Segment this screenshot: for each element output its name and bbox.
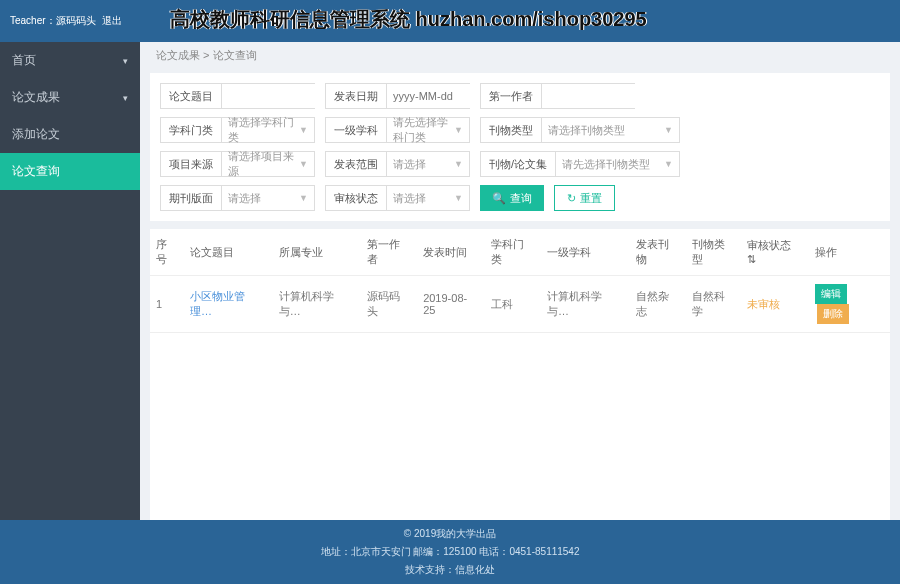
chevron-down-icon: ▼	[664, 159, 673, 169]
footer: © 2019我的大学出品 地址：北京市天安门 邮编：125100 电话：0451…	[0, 520, 900, 584]
sidebar-item-label: 论文查询	[12, 163, 60, 180]
col-major: 所属专业	[273, 229, 362, 276]
col-date: 发表时间	[417, 229, 485, 276]
search-button[interactable]: 🔍 查询	[480, 185, 544, 211]
col-ops: 操作	[809, 229, 890, 276]
col-status[interactable]: 审核状态 ⇅	[741, 229, 809, 276]
cell-author: 源码码头	[361, 276, 417, 333]
edit-button[interactable]: 编辑	[815, 284, 847, 304]
reset-button[interactable]: ↻ 重置	[554, 185, 615, 211]
button-label: 查询	[510, 191, 532, 206]
col-journal: 发表刊物	[630, 229, 686, 276]
filter-author: 第一作者	[480, 83, 635, 109]
filter-layout[interactable]: 期刊版面 请选择▼	[160, 185, 315, 211]
results-table: 序号 论文题目 所属专业 第一作者 发表时间 学科门类 一级学科 发表刊物 刊物…	[150, 229, 890, 520]
filter-date: 发表日期	[325, 83, 470, 109]
filter-label: 期刊版面	[161, 186, 222, 210]
main-content: 论文成果 > 论文查询 论文题目 发表日期 第一作者 学科门类 请选择学科门类▼	[140, 42, 900, 520]
col-subj: 一级学科	[541, 229, 630, 276]
caret-down-icon: ▾	[123, 93, 128, 103]
chevron-down-icon: ▼	[299, 193, 308, 203]
breadcrumb-current: 论文查询	[213, 49, 257, 61]
sidebar-item-add-paper[interactable]: 添加论文	[0, 116, 140, 153]
cell-idx: 1	[150, 276, 184, 333]
filter-label: 论文题目	[161, 84, 222, 108]
col-idx: 序号	[150, 229, 184, 276]
author-input[interactable]	[542, 84, 692, 108]
cell-jtype: 自然科学	[686, 276, 742, 333]
delete-button[interactable]: 删除	[817, 304, 849, 324]
teacher-name: 源码码头	[56, 14, 96, 28]
filter-label: 发表日期	[326, 84, 387, 108]
chevron-down-icon: ▼	[664, 125, 673, 135]
sidebar-item-label: 首页	[12, 52, 36, 69]
footer-support: 技术支持：信息化处	[405, 563, 495, 577]
chevron-down-icon: ▼	[454, 159, 463, 169]
watermark-overlay: 高校教师科研信息管理系统 huzhan.com/ishop30295	[170, 6, 647, 33]
cell-cat: 工科	[485, 276, 541, 333]
filter-label: 一级学科	[326, 118, 387, 142]
col-author: 第一作者	[361, 229, 417, 276]
sidebar-item-paper-results[interactable]: 论文成果 ▾	[0, 79, 140, 116]
filter-title: 论文题目	[160, 83, 315, 109]
select-value: 请选择学科门类	[228, 115, 295, 145]
col-jtype: 刊物类型	[686, 229, 742, 276]
filter-label: 刊物类型	[481, 118, 542, 142]
filter-journal-type[interactable]: 刊物类型 请选择刊物类型▼	[480, 117, 680, 143]
select-value: 请选择刊物类型	[548, 123, 625, 138]
select-value: 请选择	[393, 157, 426, 172]
filter-label: 发表范围	[326, 152, 387, 176]
filter-source[interactable]: 项目来源 请选择项目来源▼	[160, 151, 315, 177]
col-title: 论文题目	[184, 229, 273, 276]
filter-status[interactable]: 审核状态 请选择▼	[325, 185, 470, 211]
select-value: 请先选择学科门类	[393, 115, 450, 145]
search-icon: 🔍	[492, 192, 506, 205]
filter-label: 项目来源	[161, 152, 222, 176]
footer-contact: 地址：北京市天安门 邮编：125100 电话：0451-85111542	[321, 545, 580, 559]
logout-link[interactable]: 退出	[102, 14, 122, 28]
cell-major: 计算机科学与…	[273, 276, 362, 333]
cell-status: 未审核	[741, 276, 809, 333]
select-value: 请选择	[393, 191, 426, 206]
filter-label: 第一作者	[481, 84, 542, 108]
reset-icon: ↻	[567, 192, 576, 205]
cell-title-link[interactable]: 小区物业管理…	[184, 276, 273, 333]
cell-date: 2019-08-25	[417, 276, 485, 333]
cell-subj: 计算机科学与…	[541, 276, 630, 333]
table-empty-space	[150, 333, 890, 520]
filter-first-subject[interactable]: 一级学科 请先选择学科门类▼	[325, 117, 470, 143]
table-row: 1 小区物业管理… 计算机科学与… 源码码头 2019-08-25 工科 计算机…	[150, 276, 890, 333]
col-cat: 学科门类	[485, 229, 541, 276]
chevron-down-icon: ▼	[299, 125, 308, 135]
button-label: 重置	[580, 191, 602, 206]
filter-label: 审核状态	[326, 186, 387, 210]
filter-label: 学科门类	[161, 118, 222, 142]
select-value: 请先选择刊物类型	[562, 157, 650, 172]
sidebar-item-label: 添加论文	[12, 126, 60, 143]
top-bar: Teacher： 源码码头 退出 高校教师科研信息管理系统 huzhan.com…	[0, 0, 900, 42]
select-value: 请选择	[228, 191, 261, 206]
table-header-row: 序号 论文题目 所属专业 第一作者 发表时间 学科门类 一级学科 发表刊物 刊物…	[150, 229, 890, 276]
filter-scope[interactable]: 发表范围 请选择▼	[325, 151, 470, 177]
filter-collection[interactable]: 刊物/论文集 请先选择刊物类型▼	[480, 151, 680, 177]
cell-journal: 自然杂志	[630, 276, 686, 333]
breadcrumb-root[interactable]: 论文成果	[156, 49, 200, 61]
footer-copyright: © 2019我的大学出品	[404, 527, 496, 541]
breadcrumb: 论文成果 > 论文查询	[140, 42, 900, 69]
teacher-label: Teacher：	[10, 14, 56, 28]
chevron-down-icon: ▼	[454, 193, 463, 203]
sidebar-item-paper-query[interactable]: 论文查询	[0, 153, 140, 190]
sidebar: 首页 ▾ 论文成果 ▾ 添加论文 论文查询	[0, 42, 140, 520]
sidebar-item-home[interactable]: 首页 ▾	[0, 42, 140, 79]
filter-field-category[interactable]: 学科门类 请选择学科门类▼	[160, 117, 315, 143]
filter-label: 刊物/论文集	[481, 152, 556, 176]
cell-ops: 编辑 删除	[809, 276, 890, 333]
breadcrumb-sep: >	[203, 49, 212, 61]
caret-down-icon: ▾	[123, 56, 128, 66]
chevron-down-icon: ▼	[299, 159, 308, 169]
chevron-down-icon: ▼	[454, 125, 463, 135]
sidebar-item-label: 论文成果	[12, 89, 60, 106]
search-panel: 论文题目 发表日期 第一作者 学科门类 请选择学科门类▼ 一级学科 请先选择学科…	[150, 73, 890, 221]
select-value: 请选择项目来源	[228, 149, 295, 179]
